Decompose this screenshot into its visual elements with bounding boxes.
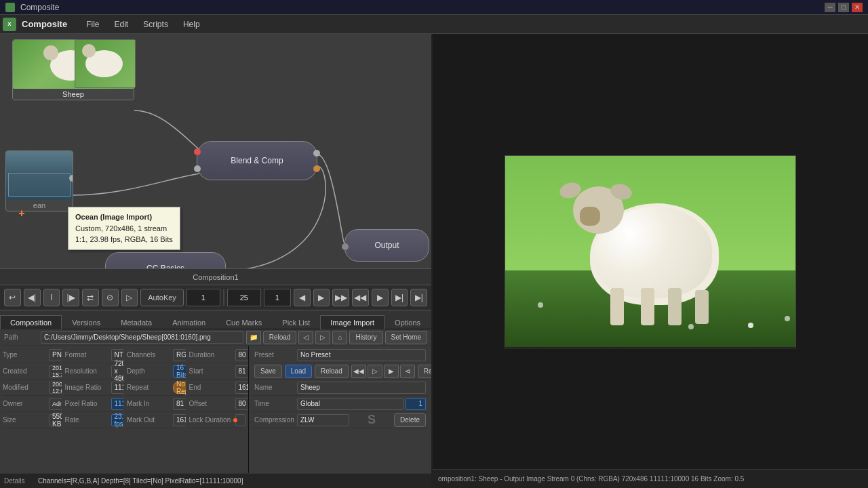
mark-out-value: 161 (173, 414, 186, 426)
tab-image-import[interactable]: Image Import (320, 315, 384, 329)
tooltip: Ocean (Image Import) Custom, 720x486, 1 … (68, 207, 180, 250)
prop-left: Type PNG Created 2012/09/21 15:35:06 Mod… (0, 346, 248, 473)
step-input[interactable] (264, 289, 291, 306)
main-area: Sheep ean (0, 34, 868, 488)
close-button[interactable]: ✕ (852, 3, 863, 12)
prop-mark-out: Mark Out 161 (127, 412, 183, 428)
rate-value: 23.98 fps (111, 414, 125, 426)
blend-port-out2 (313, 165, 320, 172)
transport-key-btn[interactable]: ⊙ (102, 289, 119, 306)
transport-next-btn[interactable]: |▶ (62, 289, 79, 306)
end-value: 161 (235, 382, 249, 394)
prop-col-2: Format NTSC Resolution 720 x 486 Image R… (62, 346, 125, 473)
tab-composition[interactable]: Composition (0, 315, 62, 329)
ccbasics-node[interactable]: CC Basics (105, 252, 226, 268)
current-frame-input[interactable] (186, 289, 220, 306)
blend-port-red (194, 148, 201, 155)
tab-metadata[interactable]: Metadata (111, 315, 162, 329)
tab-options[interactable]: Options (384, 315, 431, 329)
time-row: Time Global 1 (252, 396, 429, 412)
preset-row: Preset No Preset (252, 347, 429, 363)
transport-last[interactable]: ▶| (410, 289, 427, 306)
pixel-ratio-value: 11111:10000 (111, 398, 125, 410)
menu-edit[interactable]: Edit (108, 17, 136, 32)
transport-home-btn[interactable]: ↩ (4, 289, 21, 306)
path-home-btn[interactable]: ⌂ (332, 331, 347, 344)
end-frame-input[interactable] (227, 289, 261, 306)
prop-depth: Depth 16 Bits (127, 363, 183, 380)
arrow-right-btn[interactable]: ▶ (384, 365, 399, 378)
minimize-button[interactable]: ─ (825, 3, 835, 12)
transport-play[interactable]: ▶ (313, 289, 330, 306)
prop-created: Created 2012/09/21 15:35:06 (3, 363, 59, 380)
prop-col-4: Duration 80 Start 81 End 161 (186, 346, 249, 473)
ccbasics-label: CC Basics (146, 264, 184, 268)
transport-step-back[interactable]: ◀◀ (352, 289, 369, 306)
tab-pick-list[interactable]: Pick List (272, 315, 320, 329)
path-browse-btn[interactable]: 📁 (246, 331, 261, 344)
prop-col-1: Type PNG Created 2012/09/21 15:35:06 Mod… (0, 346, 62, 473)
load-button[interactable]: Load (285, 365, 312, 378)
tab-versions[interactable]: Versions (62, 315, 111, 329)
transport-mark-btn[interactable]: I (43, 289, 60, 306)
arrow-mid-btn[interactable]: ▷ (368, 365, 382, 378)
blend-node-label: Blend & Comp (231, 156, 283, 165)
prop-end: End 161 (189, 380, 246, 396)
save-button[interactable]: Save (254, 365, 282, 378)
name-value: Sheep (297, 382, 426, 394)
ocean-node[interactable]: ean (5, 150, 73, 211)
transport-end[interactable]: ▶| (391, 289, 408, 306)
tooltip-line1: Custom, 720x486, 1 stream (75, 223, 173, 235)
maximize-button[interactable]: □ (838, 3, 849, 12)
prop-size: Size 550 KB (3, 412, 59, 428)
preview-sheep-leg1 (610, 288, 624, 325)
path-history-btn[interactable]: History (349, 331, 382, 344)
preview-sheep-face (580, 207, 600, 226)
right-panel: omposition1: Sheep - Output Image Stream… (433, 34, 868, 488)
transport-step-fwd[interactable]: ▶ (372, 289, 389, 306)
preview-status: omposition1: Sheep - Output Image Stream… (433, 469, 868, 488)
lock-dot (233, 418, 237, 422)
reload-right-button[interactable]: Reload (315, 365, 349, 378)
transport-fwd-btn[interactable]: ▷ (121, 289, 138, 306)
node-canvas[interactable]: Sheep ean (0, 34, 431, 268)
reset-button[interactable]: Reset (418, 365, 431, 378)
output-node[interactable]: Output (344, 229, 429, 262)
prop-col-3: Channels RGBA Depth 16 Bits Repeat No Re… (124, 346, 186, 473)
prop-format: Format NTSC (65, 347, 121, 363)
path-reload-btn[interactable]: Reload (263, 331, 297, 344)
time-num: 1 (406, 398, 426, 410)
owner-value: Administradores (49, 398, 62, 410)
tab-animation[interactable]: Animation (162, 315, 216, 329)
modified-value: 2005/05/05 12:09:00 (49, 382, 62, 394)
frame-range-bar[interactable] (223, 289, 224, 306)
preview-image (505, 155, 796, 348)
tooltip-title: Ocean (Image Import) (75, 211, 173, 223)
arrow-snap-btn[interactable]: ⊲ (400, 365, 415, 378)
menu-logo: X (3, 18, 16, 31)
save-load-row: Save Load Reload ◀◀ ▷ ▶ ⊲ Reset (252, 363, 429, 380)
menu-file[interactable]: File (79, 17, 106, 32)
path-set-home-btn[interactable]: Set Home (385, 331, 427, 344)
menu-help[interactable]: Help (176, 17, 207, 32)
menu-app-name: Composite (22, 19, 67, 29)
transport-prev-btn[interactable]: ◀| (24, 289, 41, 306)
path-value: C:/Users/Jimmy/Desktop/Sheep/Sheep[0081:… (41, 331, 243, 344)
tab-cue-marks[interactable]: Cue Marks (216, 315, 272, 329)
crosshair-icon: + (15, 207, 28, 220)
transport-swap-btn[interactable]: ⇄ (82, 289, 99, 306)
delete-button[interactable]: Delete (394, 413, 426, 427)
path-left-btn[interactable]: ◁ (298, 331, 313, 344)
blend-comp-node[interactable]: Blend & Comp (197, 141, 317, 180)
prop-lock-duration: Lock Duration (189, 412, 246, 428)
details-row: Details Channels=[R,G,B,A] Depth=[8] Til… (0, 473, 431, 488)
preview-dot-5 (785, 316, 790, 321)
transport-fwd-play[interactable]: ▶▶ (332, 289, 349, 306)
path-right-btn[interactable]: ▷ (315, 331, 330, 344)
autokey-button[interactable]: AutoKey (140, 289, 184, 306)
prop-duration: Duration 80 (189, 347, 246, 363)
menu-scripts[interactable]: Scripts (136, 17, 175, 32)
arrow-left-btn[interactable]: ◀◀ (351, 365, 366, 378)
details-value: Channels=[R,G,B,A] Depth=[8] Tiled=[No] … (38, 477, 427, 485)
transport-rev-play[interactable]: ◀ (294, 289, 311, 306)
